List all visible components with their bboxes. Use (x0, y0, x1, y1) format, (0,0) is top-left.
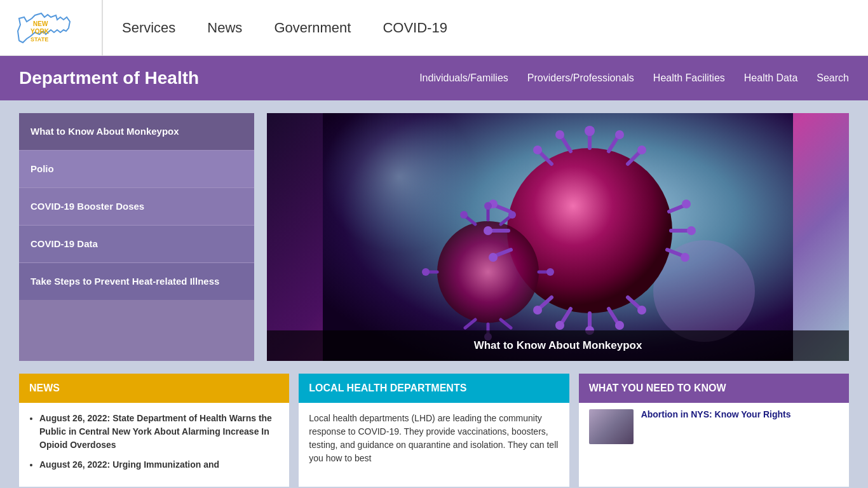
svg-point-24 (585, 126, 595, 136)
svg-point-39 (489, 253, 498, 262)
wyntk-thumbnail (589, 409, 634, 444)
svg-point-33 (555, 321, 564, 330)
wyntk-item[interactable]: Abortion in NYS: Know Your Rights (579, 403, 849, 451)
nav-item-government[interactable]: Government (274, 20, 351, 36)
svg-point-36 (637, 306, 646, 315)
svg-point-51 (546, 268, 554, 276)
hero-image: What to Know About Monkeypox (267, 113, 849, 361)
top-section: What to Know About Monkeypox Polio COVID… (19, 113, 849, 361)
svg-text:STATE: STATE (31, 36, 48, 43)
lhd-body: Local health departments (LHD) are leadi… (299, 403, 569, 474)
wyntk-item-label: Abortion in NYS: Know Your Rights (641, 409, 791, 419)
top-navigation: NEW YORK STATE Services News Government … (0, 0, 868, 56)
sidebar: What to Know About Monkeypox Polio COVID… (19, 113, 254, 361)
news-header: NEWS (19, 374, 289, 403)
svg-point-38 (484, 226, 492, 235)
top-nav-links: Services News Government COVID-19 (122, 20, 447, 36)
main-content: What to Know About Monkeypox Polio COVID… (0, 100, 868, 488)
dept-nav-individuals[interactable]: Individuals/Families (419, 72, 508, 84)
sidebar-item-covid-data[interactable]: COVID-19 Data (19, 226, 254, 263)
nav-item-news[interactable]: News (207, 20, 242, 36)
svg-text:YORK: YORK (31, 28, 50, 35)
dept-nav-providers[interactable]: Providers/Professionals (527, 72, 634, 84)
svg-point-25 (555, 130, 564, 139)
news-card: NEWS August 26, 2022: State Department o… (19, 374, 289, 487)
svg-point-7 (437, 221, 539, 323)
nav-item-services[interactable]: Services (122, 20, 175, 36)
news-item-2[interactable]: August 26, 2022: Urging Immunization and (39, 458, 279, 471)
dept-header: Department of Health Individuals/Familie… (0, 56, 868, 100)
dept-nav: Individuals/Families Providers/Professio… (419, 72, 849, 84)
svg-point-35 (533, 306, 542, 315)
sidebar-item-heat[interactable]: Take Steps to Prevent Heat-related Illne… (19, 263, 254, 300)
dept-nav-facilities[interactable]: Health Facilities (653, 72, 725, 84)
dept-nav-data[interactable]: Health Data (744, 72, 798, 84)
svg-point-48 (484, 202, 492, 210)
svg-point-50 (508, 211, 516, 219)
hero-caption: What to Know About Monkeypox (267, 330, 849, 361)
wyntk-card: WHAT YOU NEED TO KNOW Abortion in NYS: K… (579, 374, 849, 487)
svg-point-31 (681, 253, 689, 262)
svg-point-26 (615, 130, 624, 139)
sidebar-item-polio[interactable]: Polio (19, 151, 254, 188)
news-item-1[interactable]: August 26, 2022: State Department of Hea… (39, 412, 279, 452)
logo-area: NEW YORK STATE (13, 0, 103, 55)
wyntk-header: WHAT YOU NEED TO KNOW (579, 374, 849, 403)
svg-point-29 (682, 200, 691, 208)
sidebar-item-monkeypox[interactable]: What to Know About Monkeypox (19, 113, 254, 151)
lhd-card: LOCAL HEALTH DEPARTMENTS Local health de… (299, 374, 569, 487)
svg-point-49 (460, 211, 468, 219)
dept-title: Department of Health (19, 68, 199, 88)
news-body: August 26, 2022: State Department of Hea… (19, 403, 289, 487)
nys-logo[interactable]: NEW YORK STATE (13, 6, 83, 50)
bottom-section: NEWS August 26, 2022: State Department o… (19, 374, 849, 487)
svg-point-30 (687, 226, 696, 235)
sidebar-item-booster[interactable]: COVID-19 Booster Doses (19, 188, 254, 226)
dept-nav-search[interactable]: Search (817, 72, 849, 84)
svg-point-52 (422, 268, 430, 276)
svg-point-27 (533, 146, 542, 154)
svg-point-34 (615, 321, 624, 330)
lhd-header: LOCAL HEALTH DEPARTMENTS (299, 374, 569, 403)
svg-point-28 (637, 146, 646, 154)
svg-text:NEW: NEW (33, 20, 48, 27)
nav-item-covid[interactable]: COVID-19 (383, 20, 447, 36)
